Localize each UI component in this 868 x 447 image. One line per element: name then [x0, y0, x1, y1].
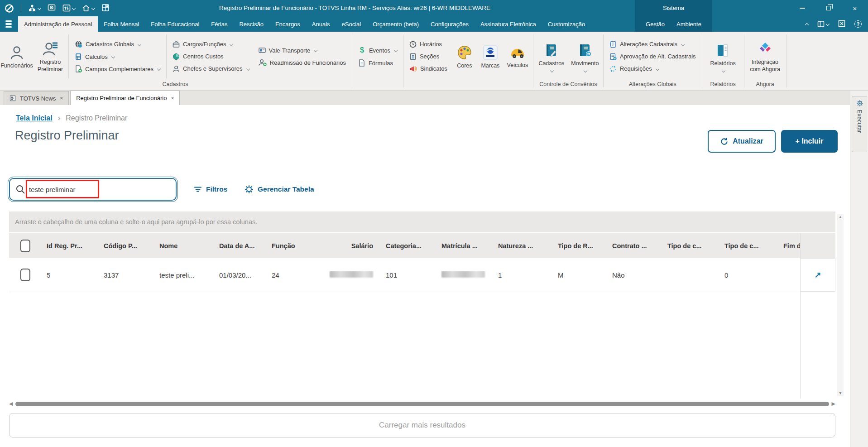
scroll-right-icon[interactable]: ▶	[832, 401, 835, 407]
ribbon-group-eventos: $ Eventos Fórmulas	[354, 32, 402, 90]
menu-tab-ambiente[interactable]: Ambiente	[676, 21, 701, 28]
chevron-down-icon	[550, 69, 554, 72]
column-header-contrato[interactable]: Contrato ...	[607, 242, 662, 250]
column-header-salario[interactable]: Salário	[324, 242, 380, 250]
close-all-windows-button[interactable]	[838, 20, 845, 29]
menu-tab-rescisao[interactable]: Rescisão	[233, 16, 269, 32]
ribbon-relatorios-button[interactable]: Relatórios	[704, 41, 743, 72]
filtros-button[interactable]: Filtros	[194, 183, 227, 196]
incluir-button[interactable]: + Incluir	[781, 130, 838, 153]
update-button[interactable]	[62, 4, 75, 12]
column-header-tipo-c2[interactable]: Tipo de c...	[719, 242, 778, 250]
ribbon-secoes-button[interactable]: Seções	[409, 53, 447, 60]
ribbon-requisicoes-button[interactable]: Requisições	[609, 65, 696, 72]
chevron-down-icon	[91, 6, 95, 10]
ribbon-integracao-ahgora-button[interactable]: Integração com Ahgora	[746, 39, 785, 73]
ribbon-alteracoes-cadastrais-button[interactable]: Alterações Cadastrais	[609, 41, 696, 48]
close-button[interactable]: ×	[842, 0, 868, 16]
column-header-fim[interactable]: Fim d	[778, 242, 800, 250]
ribbon-campos-complementares-button[interactable]: Campos Complementares	[75, 65, 160, 72]
select-all-checkbox[interactable]	[20, 240, 30, 252]
menu-tab-assinatura-eletronica[interactable]: Assinatura Eletrônica	[475, 16, 542, 32]
menu-tab-configuracoes[interactable]: Configurações	[425, 16, 475, 32]
ribbon-divider	[68, 34, 69, 78]
scroll-up-icon[interactable]: ▲	[839, 215, 843, 219]
horizontal-scroll-thumb[interactable]	[15, 402, 829, 406]
windows-button[interactable]	[101, 4, 110, 13]
process-tree-button[interactable]	[28, 4, 41, 12]
atualizar-button[interactable]: Atualizar	[708, 130, 776, 153]
tab-registro-preliminar-de-funcionario[interactable]: Registro Preliminar de Funcionário ×	[70, 91, 180, 105]
ribbon-marcas-button[interactable]: Marcas	[477, 43, 504, 70]
ribbon-vale-transporte-button[interactable]: Vale-Transporte	[259, 47, 346, 54]
ribbon-convenios-movimento-button[interactable]: Movimento	[568, 41, 602, 72]
breadcrumb-home-link[interactable]: Tela Inicial	[16, 114, 53, 122]
ribbon-eventos-button[interactable]: $ Eventos	[358, 46, 397, 54]
table-row[interactable]: 5 3137 teste preli... 01/03/20... 24 101…	[9, 258, 835, 292]
column-header-id[interactable]: Id Reg. Pr...	[41, 242, 98, 250]
column-header-codigo[interactable]: Código P...	[98, 242, 154, 250]
monitor-button[interactable]	[48, 4, 56, 13]
menu-tab-esocial[interactable]: eSocial	[336, 16, 367, 32]
menu-tab-folha-educacional[interactable]: Folha Educacional	[145, 16, 205, 32]
search-input[interactable]	[29, 186, 151, 193]
close-tab-icon[interactable]: ×	[171, 95, 174, 101]
ribbon-formulas-button[interactable]: Fórmulas	[358, 59, 397, 67]
restore-button[interactable]	[815, 0, 842, 16]
executar-panel-tab[interactable]: Executar	[852, 96, 867, 152]
row-checkbox[interactable]	[20, 269, 30, 281]
column-header-categoria[interactable]: Categoria...	[380, 242, 436, 250]
column-header-tipo-c1[interactable]: Tipo de c...	[662, 242, 719, 250]
column-header-data-admissao[interactable]: Data de A...	[214, 242, 266, 250]
ribbon-convenios-cadastros-button[interactable]: Cadastros	[535, 41, 568, 72]
open-record-button[interactable]: ↗	[814, 270, 821, 280]
column-header-natureza[interactable]: Natureza ...	[493, 242, 552, 250]
menu-tab-gestao[interactable]: Gestão	[646, 21, 665, 28]
ribbon-cadastros-globais-button[interactable]: Cadastros Globais	[75, 40, 160, 48]
help-button[interactable]: ?	[854, 20, 862, 28]
group-by-bar[interactable]: Arraste o cabeçalho de uma coluna e solt…	[9, 211, 835, 233]
ribbon-cargos-funcoes-button[interactable]: Cargos/Funções	[173, 41, 249, 48]
scroll-left-icon[interactable]: ◀	[9, 401, 13, 407]
menu-tab-folha-mensal[interactable]: Folha Mensal	[98, 16, 145, 32]
results-table: Arraste o cabeçalho de uma coluna e solt…	[9, 211, 835, 399]
menu-tab-customizacao[interactable]: Customização	[542, 16, 591, 32]
column-header-funcao[interactable]: Função	[266, 242, 324, 250]
load-more-button[interactable]: Carregar mais resultados	[9, 413, 835, 437]
horizontal-scrollbar[interactable]: ◀ ▶	[9, 401, 835, 407]
menu-list-icon[interactable]	[5, 20, 12, 28]
vertical-scrollbar[interactable]: ▲ ▼	[837, 214, 844, 396]
ribbon-horarios-button[interactable]: Horários	[409, 41, 447, 48]
ribbon-readmissao-button[interactable]: Readmissão de Funcionários	[259, 59, 346, 66]
layout-button[interactable]	[817, 20, 829, 28]
menu-tab-anuais[interactable]: Anuais	[306, 16, 336, 32]
menu-tab-encargos[interactable]: Encargos	[269, 16, 306, 32]
ribbon-chefes-supervisores-button[interactable]: Chefes e Supervisores	[173, 65, 249, 72]
dollar-icon: $	[358, 46, 366, 54]
menu-tab-administracao-de-pessoal[interactable]: Administração de Pessoal	[18, 16, 98, 32]
ribbon-aprovacao-button[interactable]: Aprovação de Alt. Cadastrais	[609, 53, 696, 60]
column-header-tipo-r[interactable]: Tipo de R...	[552, 242, 607, 250]
column-header-nome[interactable]: Nome	[154, 242, 214, 250]
column-header-matricula[interactable]: Matrícula ...	[436, 242, 493, 250]
search-icon	[15, 184, 25, 194]
ribbon-registro-preliminar-button[interactable]: Registro Preliminar	[34, 39, 67, 73]
gerenciar-tabela-button[interactable]: Gerenciar Tabela	[245, 183, 314, 196]
minimize-button[interactable]	[789, 0, 815, 16]
cell-tipo-r: M	[552, 271, 607, 279]
ribbon-centros-custos-button[interactable]: Centros Custos	[173, 53, 249, 60]
card-icon	[259, 47, 266, 54]
tab-totvs-news[interactable]: TOTVS News ×	[4, 91, 69, 105]
cell-categoria: 101	[380, 271, 436, 279]
close-tab-icon[interactable]: ×	[60, 95, 63, 101]
ribbon-cores-button[interactable]: Cores	[452, 43, 477, 70]
scroll-down-icon[interactable]: ▼	[839, 391, 843, 395]
home-button[interactable]	[82, 4, 95, 12]
ribbon-veiculos-button[interactable]: Veiculos	[504, 43, 532, 69]
collapse-ribbon-button[interactable]	[806, 21, 808, 28]
menu-tab-ferias[interactable]: Férias	[205, 16, 233, 32]
ribbon-calculos-button[interactable]: Cálculos	[75, 53, 160, 60]
menu-tab-orcamento-beta[interactable]: Orçamento (beta)	[367, 16, 425, 32]
ribbon-funcionarios-button[interactable]: Funcionários	[0, 43, 34, 70]
ribbon-sindicatos-button[interactable]: Sindicatos	[409, 65, 447, 72]
